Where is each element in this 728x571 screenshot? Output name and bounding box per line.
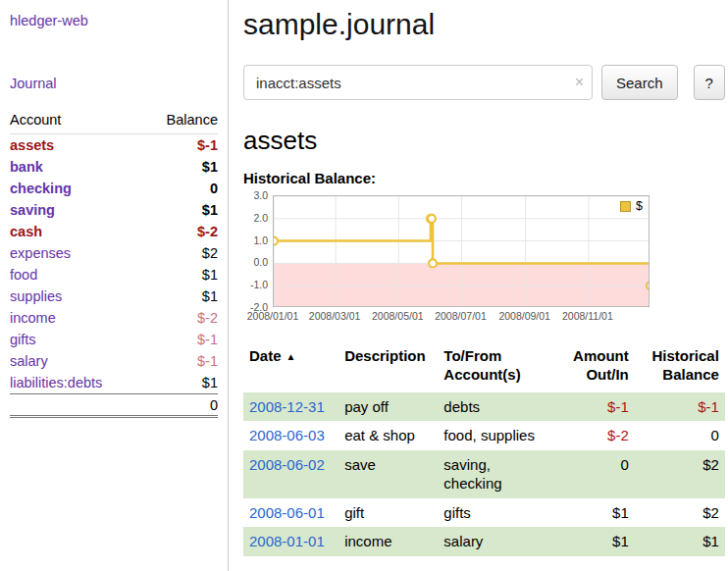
transaction-balance: $2 — [635, 498, 725, 528]
x-tick-label: 2008/05/01 — [372, 310, 424, 322]
app-title-link[interactable]: hledger-web — [10, 13, 88, 28]
account-balance: $-2 — [143, 307, 218, 329]
account-row: gifts $-1 — [10, 329, 218, 350]
transaction-accounts: food, supplies — [438, 421, 552, 450]
transaction-row: 2008-06-03 eat & shop food, supplies $-2… — [243, 421, 725, 450]
transaction-amount: $-1 — [553, 392, 635, 422]
column-header-amount: Amount Out/In — [553, 343, 635, 392]
transaction-date-link[interactable]: 2008-12-31 — [249, 398, 325, 415]
accounts-total-balance: 0 — [143, 394, 218, 417]
account-row: cash $-2 — [10, 221, 218, 242]
account-link-salary[interactable]: salary — [10, 353, 48, 369]
search-form: × Search ? — [243, 65, 725, 100]
column-header-tofrom-accounts: To/From Account(s) — [438, 343, 552, 392]
search-button[interactable]: Search — [601, 65, 678, 100]
transaction-date-link[interactable]: 2008-06-03 — [249, 427, 325, 443]
transaction-balance: 0 — [635, 421, 725, 450]
account-balance: $1 — [143, 156, 218, 178]
transaction-row: 2008-06-02 save saving, checking 0 $2 — [243, 450, 725, 498]
clear-icon[interactable]: × — [575, 75, 584, 90]
account-row: expenses $2 — [10, 242, 218, 264]
transaction-balance: $1 — [635, 527, 725, 556]
account-balance: 0 — [143, 178, 218, 199]
column-header-description: Description — [338, 343, 438, 392]
transaction-description: pay off — [338, 392, 438, 422]
account-row: assets $-1 — [10, 134, 218, 157]
transaction-date-link[interactable]: 2008-06-02 — [249, 456, 325, 473]
account-link-cash[interactable]: cash — [10, 224, 42, 239]
account-balance: $1 — [143, 199, 218, 221]
account-row: food $1 — [10, 264, 218, 286]
account-row: income $-2 — [10, 307, 218, 329]
search-input[interactable] — [243, 65, 593, 100]
account-link-supplies[interactable]: supplies — [10, 288, 62, 304]
account-balance: $1 — [143, 372, 218, 394]
account-row: saving $1 — [10, 199, 218, 221]
chart-title: Historical Balance: — [243, 170, 725, 186]
chart-legend: $ — [616, 198, 647, 214]
y-tick-label: 1.0 — [253, 234, 268, 246]
help-button[interactable]: ? — [694, 65, 725, 100]
balance-chart: 3.02.01.00.0-1.0-2.0 $ — [243, 195, 650, 307]
account-link-gifts[interactable]: gifts — [10, 332, 36, 347]
transaction-description: eat & shop — [338, 421, 438, 450]
transaction-balance: $2 — [635, 450, 725, 498]
account-balance: $2 — [143, 242, 218, 264]
accounts-header-account: Account — [10, 108, 143, 134]
transaction-date-link[interactable]: 2008-01-01 — [249, 533, 325, 549]
transaction-accounts: gifts — [438, 498, 552, 528]
account-row: checking 0 — [10, 178, 218, 199]
accounts-header-balance: Balance — [143, 108, 218, 134]
x-tick-label: 2008/11/01 — [562, 310, 613, 322]
legend-label: $ — [636, 199, 643, 213]
account-row: bank $1 — [10, 156, 218, 178]
sort-ascending-icon: ▲ — [286, 351, 296, 362]
transaction-description: gift — [338, 498, 438, 528]
main-content: sample.journal × Search ? assets Histori… — [229, 0, 728, 571]
account-row: salary $-1 — [10, 350, 218, 372]
account-link-assets[interactable]: assets — [10, 137, 54, 153]
account-row: supplies $1 — [10, 286, 218, 307]
transaction-description: save — [338, 450, 438, 498]
account-balance: $-1 — [143, 350, 218, 372]
sidebar-item-journal[interactable]: Journal — [10, 76, 57, 91]
x-tick-label: 2008/09/01 — [498, 310, 550, 322]
page-title: sample.journal — [243, 8, 725, 41]
transaction-row: 2008-06-01 gift gifts $1 $2 — [243, 498, 725, 528]
account-link-checking[interactable]: checking — [10, 181, 72, 196]
transaction-amount: $1 — [553, 498, 635, 528]
transaction-accounts: debts — [438, 392, 552, 422]
transaction-row: 2008-12-31 pay off debts $-1 $-1 — [243, 392, 725, 422]
account-link-food[interactable]: food — [10, 267, 37, 283]
chart-canvas — [274, 196, 650, 307]
account-link-bank[interactable]: bank — [10, 159, 43, 175]
account-balance: $-2 — [143, 221, 218, 242]
chart-y-axis: 3.02.01.00.0-1.0-2.0 — [243, 195, 273, 307]
transaction-amount: 0 — [553, 450, 635, 498]
account-link-saving[interactable]: saving — [10, 202, 55, 218]
transaction-row: 2008-01-01 income salary $1 $1 — [243, 527, 725, 556]
transaction-date-link[interactable]: 2008-06-01 — [249, 504, 325, 521]
account-link-expenses[interactable]: expenses — [10, 245, 71, 261]
transaction-description: income — [338, 527, 438, 556]
account-row: liabilities:debts $1 — [10, 372, 218, 394]
column-header-date[interactable]: Date▲ — [243, 343, 338, 392]
hledger-web-app: hledger-web Journal Account Balance asse… — [0, 0, 728, 571]
accounts-total-row: 0 — [10, 394, 218, 417]
account-heading: assets — [243, 126, 725, 156]
date-header-label: Date — [249, 347, 282, 364]
column-header-historical-balance: Historical Balance — [635, 343, 725, 392]
x-tick-label: 2008/01/01 — [247, 310, 299, 322]
transaction-amount: $1 — [553, 527, 635, 556]
account-link-liabilities-debts[interactable]: liabilities:debts — [10, 375, 102, 390]
y-tick-label: -1.0 — [250, 279, 268, 290]
transaction-accounts: saving, checking — [438, 450, 552, 498]
account-link-income[interactable]: income — [10, 310, 56, 326]
chart-plot-area: $ — [273, 195, 650, 307]
transactions-table: Date▲ Description To/From Account(s) Amo… — [243, 343, 725, 556]
accounts-table: Account Balance assets $-1 bank $1 check… — [10, 108, 218, 418]
x-tick-label: 2008/07/01 — [435, 310, 487, 322]
transaction-balance: $-1 — [635, 392, 725, 422]
legend-swatch — [620, 201, 631, 212]
account-balance: $-1 — [143, 134, 218, 157]
